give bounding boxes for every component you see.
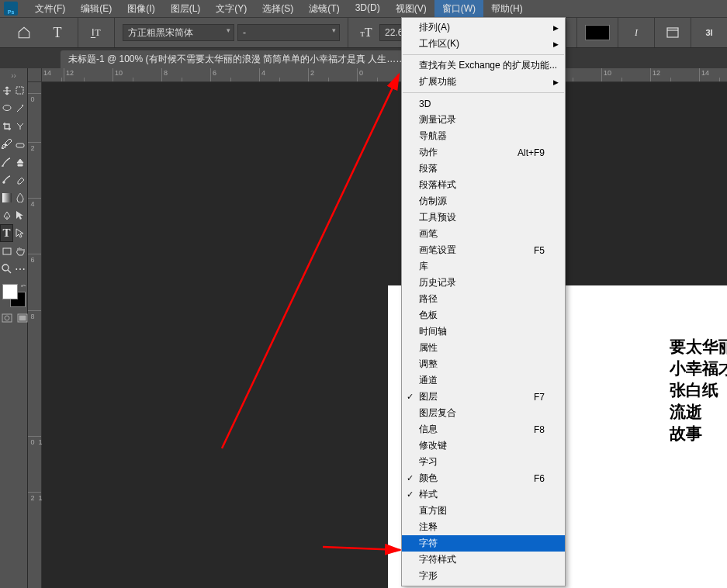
menu-item-扩展功能[interactable]: 扩展功能▶	[402, 74, 565, 90]
eyedropper-tool[interactable]: 🖋	[0, 135, 13, 153]
move-tool[interactable]	[0, 81, 13, 99]
menu-item-字符样式[interactable]: 字符样式	[402, 552, 565, 568]
menu-item-学习[interactable]: 学习	[402, 454, 565, 470]
ruler-tick: 12	[64, 68, 113, 81]
menu-文字[interactable]: 文字(Y)	[208, 0, 254, 18]
direct-selection-tool[interactable]	[13, 224, 26, 242]
blur-tool[interactable]	[13, 189, 26, 206]
menu-图层[interactable]: 图层(L)	[163, 0, 209, 18]
menu-窗口[interactable]: 窗口(W)	[434, 0, 483, 18]
history-brush-tool[interactable]	[0, 171, 13, 189]
menu-item-历史记录[interactable]: 历史记录	[402, 275, 565, 291]
menu-item-字符[interactable]: 字符	[402, 535, 565, 552]
font-style-select[interactable]	[237, 24, 340, 41]
menu-item-测量记录[interactable]: 测量记录	[402, 112, 565, 128]
menu-文件[interactable]: 文件(F)	[27, 0, 73, 18]
view-3d-icon[interactable]: 3I	[701, 25, 717, 40]
menu-item-画笔[interactable]: 画笔	[402, 226, 565, 242]
quickmask-icon[interactable]	[2, 313, 12, 325]
svg-rect-0	[667, 28, 678, 37]
menu-item-图层[interactable]: 图层F7	[402, 389, 565, 405]
canvas-area[interactable]: 141210864202468101214 024681 01 2 要太华丽的浪…	[28, 68, 727, 588]
warp-text-icon[interactable]: I	[628, 25, 644, 40]
menu-item-导航器[interactable]: 导航器	[402, 128, 565, 144]
menu-item-段落样式[interactable]: 段落样式	[402, 177, 565, 193]
pen-tool[interactable]	[0, 206, 13, 224]
ruler-tick: 4	[28, 198, 41, 199]
menu-item-查找有关Exchange的扩展功能[interactable]: 查找有关 Exchange 的扩展功能...	[402, 57, 565, 74]
menu-item-通道[interactable]: 通道	[402, 372, 565, 389]
menu-item-颜色[interactable]: 颜色F6	[402, 470, 565, 486]
menu-滤镜[interactable]: 滤镜(T)	[301, 0, 347, 18]
toolbox: ›› 🖋 T ⋯ ⤺	[0, 68, 28, 588]
hand-tool[interactable]	[13, 242, 26, 260]
menu-item-直方图[interactable]: 直方图	[402, 503, 565, 519]
menu-选择[interactable]: 选择(S)	[254, 0, 301, 18]
menu-item-图层复合[interactable]: 图层复合	[402, 405, 565, 421]
healing-brush-tool[interactable]	[13, 135, 26, 153]
brush-tool[interactable]	[0, 153, 13, 171]
eraser-tool[interactable]	[13, 171, 26, 189]
ruler-tick: 2	[28, 142, 41, 144]
clone-stamp-tool[interactable]	[13, 153, 26, 171]
character-panel-icon[interactable]	[665, 25, 680, 40]
type-tool[interactable]: T	[0, 224, 13, 242]
menu-视图[interactable]: 视图(V)	[388, 0, 434, 18]
menu-item-工具预设[interactable]: 工具预设	[402, 209, 565, 226]
menu-item-仿制源[interactable]: 仿制源	[402, 193, 565, 209]
menu-图像[interactable]: 图像(I)	[119, 0, 162, 18]
color-swatches[interactable]: ⤺	[2, 284, 26, 307]
menu-item-库[interactable]: 库	[402, 258, 565, 275]
text-orientation-icon[interactable]: I̲T	[88, 25, 104, 40]
chevron-down-icon[interactable]: ▾	[332, 26, 336, 34]
toolbox-grip-icon[interactable]: ››	[0, 71, 27, 80]
zoom-tool[interactable]	[0, 260, 13, 278]
lasso-tool[interactable]	[0, 99, 13, 117]
edit-toolbar-icon[interactable]: ⋯	[13, 260, 26, 278]
ruler-origin[interactable]	[28, 68, 42, 82]
rectangle-tool[interactable]	[0, 242, 13, 260]
menu-item-画笔设置[interactable]: 画笔设置F5	[402, 242, 565, 258]
menu-item-属性[interactable]: 属性	[402, 340, 565, 356]
ruler-tick: 6	[210, 68, 259, 81]
text-layer-content[interactable]: 要太华丽的浪漫小幸福才是真张白纸流逝故事	[670, 336, 727, 444]
slice-tool[interactable]	[13, 117, 26, 135]
foreground-swatch[interactable]	[2, 284, 18, 299]
menu-item-字形[interactable]: 字形	[402, 568, 565, 584]
menu-item-调整[interactable]: 调整	[402, 356, 565, 372]
menu-编辑[interactable]: 编辑(E)	[73, 0, 119, 18]
menu-item-工作区K[interactable]: 工作区(K)▶	[402, 36, 565, 52]
crop-tool[interactable]	[0, 117, 13, 135]
menu-item-信息[interactable]: 信息F8	[402, 421, 565, 438]
menu-帮助[interactable]: 帮助(H)	[483, 0, 531, 18]
menu-item-排列A[interactable]: 排列(A)▶	[402, 19, 565, 36]
path-selection-tool[interactable]	[13, 206, 26, 224]
marquee-tool[interactable]	[13, 81, 26, 99]
vertical-ruler[interactable]: 024681 01 2	[28, 81, 42, 588]
svg-rect-5	[2, 193, 12, 202]
svg-rect-1	[16, 87, 23, 94]
font-family-select[interactable]	[123, 24, 234, 41]
menu-item-时间轴[interactable]: 时间轴	[402, 323, 565, 340]
menu-item-修改键[interactable]: 修改键	[402, 438, 565, 454]
swap-colors-icon[interactable]: ⤺	[21, 282, 27, 289]
menu-item-路径[interactable]: 路径	[402, 291, 565, 307]
magic-wand-tool[interactable]	[13, 99, 26, 117]
menu-item-样式[interactable]: 样式	[402, 486, 565, 503]
menubar: 文件(F)编辑(E)图像(I)图层(L)文字(Y)选择(S)滤镜(T)3D(D)…	[27, 0, 531, 18]
gradient-tool[interactable]	[0, 189, 13, 206]
menu-item-3D[interactable]: 3D	[402, 95, 565, 112]
ruler-tick: 12	[650, 68, 699, 81]
menu-3d[interactable]: 3D(D)	[348, 0, 388, 18]
horizontal-ruler[interactable]: 141210864202468101214	[41, 68, 727, 82]
menu-item-色板[interactable]: 色板	[402, 307, 565, 323]
text-color-swatch[interactable]	[585, 25, 610, 40]
menu-item-注释[interactable]: 注释	[402, 519, 565, 535]
home-icon[interactable]	[16, 25, 32, 40]
screenmode-icon[interactable]	[17, 313, 28, 325]
svg-rect-6	[3, 248, 11, 254]
chevron-down-icon[interactable]: ▾	[227, 26, 230, 34]
menu-item-段落[interactable]: 段落	[402, 161, 565, 177]
menu-item-动作[interactable]: 动作Alt+F9	[402, 144, 565, 161]
menu-separator	[403, 54, 564, 55]
